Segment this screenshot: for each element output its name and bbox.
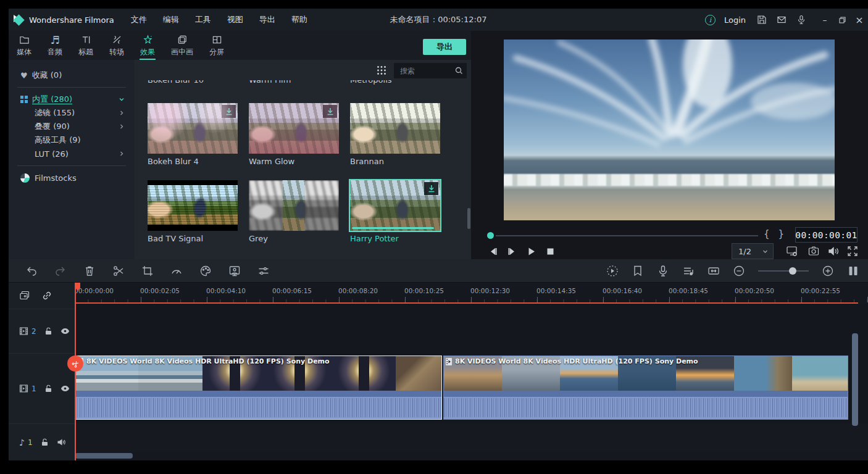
lock-icon[interactable] xyxy=(40,438,49,447)
track-audio-1-lane[interactable] xyxy=(75,423,868,453)
close-button[interactable]: × xyxy=(851,9,868,31)
marker-icon[interactable] xyxy=(632,265,644,277)
tab-transitions[interactable]: 转场 xyxy=(101,31,132,60)
search-icon[interactable] xyxy=(455,67,463,75)
menu-export[interactable]: 导出 xyxy=(251,9,283,31)
effect-thumbnail-warm-glow[interactable] xyxy=(249,103,339,154)
sidebar-item-advanced-tools[interactable]: 高级工具 (9) xyxy=(9,133,135,147)
next-frame-button[interactable] xyxy=(507,247,517,256)
sidebar-item-overlays[interactable]: 叠覆 (90) xyxy=(9,120,135,133)
sidebar-item-filters[interactable]: 滤镜 (155) xyxy=(9,106,135,120)
playhead-split-button[interactable] xyxy=(67,356,83,372)
info-icon[interactable]: i xyxy=(705,15,716,25)
fullscreen-icon[interactable] xyxy=(846,245,859,257)
chevron-right-icon[interactable] xyxy=(119,123,125,130)
lock-icon[interactable] xyxy=(44,326,53,336)
effects-scrollbar[interactable] xyxy=(467,208,470,229)
effect-thumbnail-bad-tv-signal[interactable] xyxy=(148,180,238,231)
redo-icon[interactable] xyxy=(54,265,67,277)
export-button[interactable]: 导出 xyxy=(423,39,466,55)
mute-speaker-icon[interactable] xyxy=(57,438,66,447)
chevron-right-icon[interactable] xyxy=(119,110,125,116)
menu-edit[interactable]: 编辑 xyxy=(155,9,187,31)
lock-icon[interactable] xyxy=(44,384,53,393)
voiceover-mic-icon[interactable] xyxy=(657,265,669,277)
undo-icon[interactable] xyxy=(25,265,38,277)
mark-out-icon[interactable]: } xyxy=(778,228,785,239)
adjust-sliders-icon[interactable] xyxy=(257,265,270,277)
zoom-out-icon[interactable] xyxy=(733,265,745,277)
split-scissors-icon[interactable] xyxy=(112,265,125,277)
mic-icon[interactable] xyxy=(796,15,806,25)
mark-in-icon[interactable]: { xyxy=(764,228,770,239)
audio-mixer-icon[interactable] xyxy=(682,265,695,277)
menu-tools[interactable]: 工具 xyxy=(187,9,219,31)
playhead-line[interactable] xyxy=(75,283,76,460)
video-clip-1[interactable]: 8K VIDEOS World 8K Videos HDR UltraHD (1… xyxy=(75,356,442,420)
speaker-icon[interactable] xyxy=(827,245,840,257)
download-icon[interactable] xyxy=(424,182,438,195)
track-header-audio-1[interactable]: ♪ 1 xyxy=(9,423,75,460)
chevron-right-icon[interactable] xyxy=(119,151,125,157)
search-input[interactable] xyxy=(400,67,455,75)
chevron-down-icon[interactable] xyxy=(119,96,125,102)
tab-effects[interactable]: 效果 xyxy=(132,31,163,60)
color-palette-icon[interactable] xyxy=(199,265,212,277)
restore-button[interactable] xyxy=(833,9,851,31)
timeline-zoom-slider[interactable] xyxy=(758,265,809,277)
menu-file[interactable]: 文件 xyxy=(123,9,155,31)
delete-icon[interactable] xyxy=(83,265,96,277)
minimize-button[interactable]: – xyxy=(816,9,833,31)
timeline-ruler[interactable]: 00:00:00:00 00:00:02:05 00:00:04:10 00:0… xyxy=(75,283,868,302)
panel-layout-icon[interactable] xyxy=(847,265,859,277)
link-icon[interactable] xyxy=(41,290,52,301)
green-screen-icon[interactable] xyxy=(228,265,241,277)
seek-handle[interactable] xyxy=(487,232,494,239)
effect-thumbnail-harry-potter[interactable] xyxy=(350,180,440,231)
sidebar-item-builtin[interactable]: 内置 (280) xyxy=(9,93,135,106)
login-button[interactable]: Login xyxy=(724,15,746,25)
display-settings-icon[interactable] xyxy=(786,245,798,257)
preview-quality-dropdown[interactable]: 1/2 xyxy=(732,243,774,259)
sidebar-item-lut[interactable]: LUT (26) xyxy=(9,147,135,160)
play-button[interactable] xyxy=(527,247,536,256)
slider-handle[interactable] xyxy=(789,267,796,275)
timeline-vertical-scrollbar[interactable] xyxy=(852,333,858,426)
track-video-1-lane[interactable]: 8K VIDEOS World 8K Videos HDR UltraHD (1… xyxy=(75,353,868,423)
effect-thumbnail-bokeh-blur-4[interactable] xyxy=(148,103,238,154)
snapshot-camera-icon[interactable] xyxy=(807,245,820,257)
tab-pip[interactable]: 画中画 xyxy=(163,31,201,60)
zoom-in-icon[interactable] xyxy=(822,265,834,277)
previous-frame-button[interactable] xyxy=(488,247,498,256)
save-icon[interactable] xyxy=(757,15,767,25)
sidebar-item-filmstocks[interactable]: Filmstocks xyxy=(9,171,135,185)
timeline-horizontal-scrollbar[interactable] xyxy=(75,453,133,459)
seek-track[interactable] xyxy=(496,235,758,236)
preview-video[interactable] xyxy=(504,40,835,220)
tab-titles[interactable]: 标题 xyxy=(70,31,101,60)
menu-help[interactable]: 帮助 xyxy=(283,9,315,31)
search-box[interactable] xyxy=(394,63,467,78)
eye-icon[interactable] xyxy=(61,326,70,336)
speed-icon[interactable] xyxy=(170,265,183,277)
eye-icon[interactable] xyxy=(61,384,70,393)
download-icon[interactable] xyxy=(323,105,337,118)
track-video-2-lane[interactable] xyxy=(75,304,868,353)
stop-button[interactable] xyxy=(546,247,555,256)
mail-icon[interactable] xyxy=(777,15,787,25)
zoom-to-fit-icon[interactable] xyxy=(707,265,720,277)
render-preview-icon[interactable] xyxy=(606,265,619,277)
grid-view-icon[interactable] xyxy=(377,65,386,75)
track-header-video-2[interactable]: 2 xyxy=(9,309,75,353)
download-icon[interactable] xyxy=(222,105,236,118)
tab-audio[interactable]: ♬ 音频 xyxy=(40,31,70,60)
effect-thumbnail-brannan[interactable] xyxy=(350,103,440,154)
tab-splitscreen[interactable]: 分屏 xyxy=(201,31,232,60)
tab-media[interactable]: 媒体 xyxy=(9,31,40,60)
crop-icon[interactable] xyxy=(141,265,154,277)
effect-thumbnail-grey[interactable] xyxy=(249,180,339,231)
add-track-icon[interactable] xyxy=(19,290,30,301)
menu-view[interactable]: 视图 xyxy=(219,9,251,31)
track-header-video-1[interactable]: 1 xyxy=(9,353,75,423)
video-clip-2[interactable]: 8K VIDEOS World 8K Videos HDR UltraHD (1… xyxy=(443,356,848,420)
